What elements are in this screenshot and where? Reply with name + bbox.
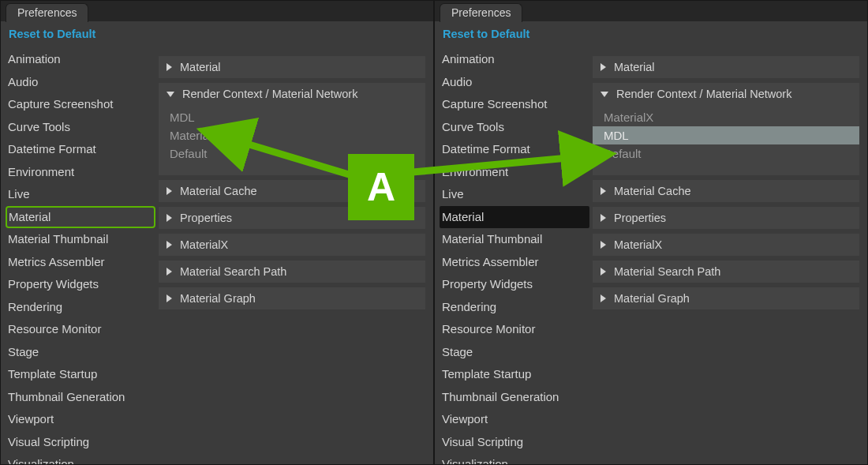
tab-preferences[interactable]: Preferences [6, 3, 88, 22]
section-header-material-graph[interactable]: Material Graph [593, 287, 859, 309]
reset-to-default-link[interactable]: Reset to Default [1, 21, 433, 45]
section-header-material-search-path[interactable]: Material Search Path [593, 261, 859, 283]
tab-preferences[interactable]: Preferences [440, 3, 522, 22]
tab-row: Preferences [1, 1, 433, 21]
section-header-properties[interactable]: Properties [159, 207, 425, 229]
sidebar-item-thumbnail-generation[interactable]: Thumbnail Generation [440, 386, 589, 409]
content-area: MaterialRender Context / Material Networ… [159, 45, 433, 464]
sidebar-item-visual-scripting[interactable]: Visual Scripting [440, 431, 589, 454]
chevron-right-icon [600, 63, 606, 71]
preferences-panel-left: Preferences Reset to Default AnimationAu… [0, 0, 434, 465]
section-header-material-cache[interactable]: Material Cache [593, 180, 859, 202]
chevron-right-icon [166, 294, 172, 302]
chevron-right-icon [166, 268, 172, 276]
sidebar-item-curve-tools[interactable]: Curve Tools [6, 116, 155, 139]
sidebar-item-viewport[interactable]: Viewport [440, 408, 589, 431]
section-material-cache: Material Cache [159, 180, 425, 202]
chevron-right-icon [600, 187, 606, 195]
section-header-material[interactable]: Material [593, 56, 859, 78]
sidebar-item-animation[interactable]: Animation [440, 48, 589, 71]
section-label: Material Search Path [614, 265, 720, 278]
chevron-down-icon [600, 92, 608, 97]
sidebar-item-live[interactable]: Live [6, 183, 155, 206]
sidebar-item-viewport[interactable]: Viewport [6, 408, 155, 431]
category-sidebar: AnimationAudioCapture ScreenshotCurve To… [435, 45, 593, 464]
chevron-right-icon [600, 268, 606, 276]
sidebar-item-stage[interactable]: Stage [440, 341, 589, 364]
chevron-right-icon [600, 294, 606, 302]
section-material: Material [159, 56, 425, 78]
section-header-render-context-material-network[interactable]: Render Context / Material Network [593, 83, 859, 105]
section-label: MaterialX [614, 238, 662, 251]
sidebar-item-capture-screenshot[interactable]: Capture Screenshot [6, 93, 155, 116]
sidebar-item-visual-scripting[interactable]: Visual Scripting [6, 431, 155, 454]
sidebar-item-material-thumbnail[interactable]: Material Thumbnail [440, 228, 589, 251]
sidebar-item-thumbnail-generation[interactable]: Thumbnail Generation [6, 386, 155, 409]
section-label: Material [614, 61, 655, 73]
chevron-right-icon [166, 241, 172, 249]
sidebar-item-live[interactable]: Live [440, 183, 589, 206]
section-header-material[interactable]: Material [159, 56, 425, 78]
render-context-item-default[interactable]: Default [159, 144, 425, 163]
sidebar-item-audio[interactable]: Audio [440, 71, 589, 94]
chevron-right-icon [600, 214, 606, 222]
section-header-material-search-path[interactable]: Material Search Path [159, 261, 425, 283]
tab-row: Preferences [435, 1, 867, 21]
section-header-materialx[interactable]: MaterialX [159, 234, 425, 256]
sidebar-item-template-startup[interactable]: Template Startup [440, 363, 589, 386]
section-header-materialx[interactable]: MaterialX [593, 234, 859, 256]
section-label: Material [180, 61, 221, 73]
sidebar-item-environment[interactable]: Environment [6, 161, 155, 184]
section-materialx: MaterialX [159, 234, 425, 256]
sidebar-item-property-widgets[interactable]: Property Widgets [6, 273, 155, 296]
section-header-material-cache[interactable]: Material Cache [159, 180, 425, 202]
chevron-right-icon [600, 241, 606, 249]
sidebar-item-metrics-assembler[interactable]: Metrics Assembler [6, 251, 155, 274]
sidebar-item-capture-screenshot[interactable]: Capture Screenshot [440, 93, 589, 116]
preferences-panel-right: Preferences Reset to Default AnimationAu… [434, 0, 868, 465]
sidebar-item-visualization[interactable]: Visualization [440, 453, 589, 464]
sidebar-item-material-thumbnail[interactable]: Material Thumbnail [6, 228, 155, 251]
category-sidebar: AnimationAudioCapture ScreenshotCurve To… [1, 45, 159, 464]
sidebar-item-environment[interactable]: Environment [440, 161, 589, 184]
render-context-item-mdl[interactable]: MDL [159, 108, 425, 126]
sidebar-item-stage[interactable]: Stage [6, 341, 155, 364]
section-label: Material Cache [614, 185, 691, 197]
sidebar-item-datetime-format[interactable]: Datetime Format [440, 138, 589, 161]
sidebar-item-property-widgets[interactable]: Property Widgets [440, 273, 589, 296]
section-render-context-material-network: Render Context / Material NetworkMateria… [593, 83, 859, 175]
sidebar-item-curve-tools[interactable]: Curve Tools [440, 116, 589, 139]
section-material-graph: Material Graph [159, 287, 425, 309]
section-label: Properties [180, 212, 232, 224]
section-material-search-path: Material Search Path [593, 261, 859, 283]
chevron-right-icon [166, 187, 172, 195]
sidebar-item-template-startup[interactable]: Template Startup [6, 363, 155, 386]
section-label: Material Graph [614, 292, 690, 305]
sidebar-item-visualization[interactable]: Visualization [6, 453, 155, 464]
section-header-material-graph[interactable]: Material Graph [159, 287, 425, 309]
render-context-item-materialx[interactable]: MaterialX [593, 108, 859, 126]
sidebar-item-resource-monitor[interactable]: Resource Monitor [440, 318, 589, 341]
render-context-item-materialx[interactable]: MaterialX [159, 126, 425, 144]
chevron-right-icon [166, 63, 172, 71]
section-material-search-path: Material Search Path [159, 261, 425, 283]
sidebar-item-material[interactable]: Material [440, 206, 589, 229]
sidebar-item-rendering[interactable]: Rendering [440, 296, 589, 319]
sidebar-item-audio[interactable]: Audio [6, 71, 155, 94]
render-context-item-mdl[interactable]: MDL [593, 126, 859, 144]
section-materialx: MaterialX [593, 234, 859, 256]
sidebar-item-material[interactable]: Material [6, 206, 155, 229]
section-header-properties[interactable]: Properties [593, 207, 859, 229]
sidebar-item-animation[interactable]: Animation [6, 48, 155, 71]
sidebar-item-datetime-format[interactable]: Datetime Format [6, 138, 155, 161]
section-label: Material Search Path [180, 265, 286, 278]
sidebar-item-resource-monitor[interactable]: Resource Monitor [6, 318, 155, 341]
section-label: MaterialX [180, 238, 228, 251]
section-header-render-context-material-network[interactable]: Render Context / Material Network [159, 83, 425, 105]
sidebar-item-metrics-assembler[interactable]: Metrics Assembler [440, 251, 589, 274]
reset-to-default-link[interactable]: Reset to Default [435, 21, 867, 45]
section-properties: Properties [159, 207, 425, 229]
sidebar-item-rendering[interactable]: Rendering [6, 296, 155, 319]
render-context-item-default[interactable]: Default [593, 144, 859, 163]
section-label: Material Graph [180, 292, 256, 305]
